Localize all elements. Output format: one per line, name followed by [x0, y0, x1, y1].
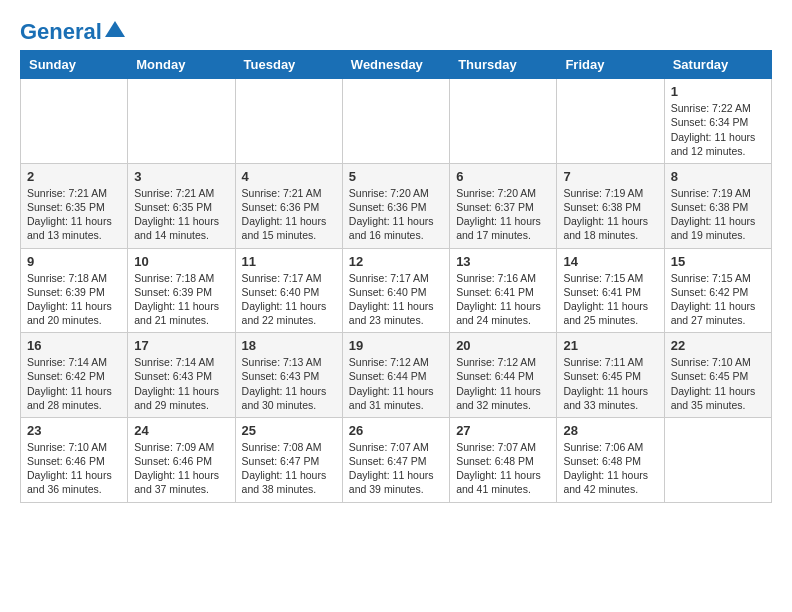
calendar-week-5: 23Sunrise: 7:10 AM Sunset: 6:46 PM Dayli…	[21, 417, 772, 502]
day-info: Sunrise: 7:10 AM Sunset: 6:46 PM Dayligh…	[27, 440, 121, 497]
day-number: 23	[27, 423, 121, 438]
day-info: Sunrise: 7:09 AM Sunset: 6:46 PM Dayligh…	[134, 440, 228, 497]
day-info: Sunrise: 7:08 AM Sunset: 6:47 PM Dayligh…	[242, 440, 336, 497]
logo-text: General	[20, 20, 102, 44]
calendar-cell: 10Sunrise: 7:18 AM Sunset: 6:39 PM Dayli…	[128, 248, 235, 333]
calendar-cell: 25Sunrise: 7:08 AM Sunset: 6:47 PM Dayli…	[235, 417, 342, 502]
calendar-cell	[21, 79, 128, 164]
day-info: Sunrise: 7:10 AM Sunset: 6:45 PM Dayligh…	[671, 355, 765, 412]
calendar-cell	[235, 79, 342, 164]
calendar-cell: 3Sunrise: 7:21 AM Sunset: 6:35 PM Daylig…	[128, 163, 235, 248]
day-number: 12	[349, 254, 443, 269]
day-number: 22	[671, 338, 765, 353]
calendar-header-tuesday: Tuesday	[235, 51, 342, 79]
day-info: Sunrise: 7:16 AM Sunset: 6:41 PM Dayligh…	[456, 271, 550, 328]
day-number: 11	[242, 254, 336, 269]
day-info: Sunrise: 7:12 AM Sunset: 6:44 PM Dayligh…	[456, 355, 550, 412]
day-info: Sunrise: 7:15 AM Sunset: 6:41 PM Dayligh…	[563, 271, 657, 328]
calendar-cell: 24Sunrise: 7:09 AM Sunset: 6:46 PM Dayli…	[128, 417, 235, 502]
calendar-cell: 7Sunrise: 7:19 AM Sunset: 6:38 PM Daylig…	[557, 163, 664, 248]
calendar-header-row: SundayMondayTuesdayWednesdayThursdayFrid…	[21, 51, 772, 79]
day-number: 8	[671, 169, 765, 184]
calendar-cell: 5Sunrise: 7:20 AM Sunset: 6:36 PM Daylig…	[342, 163, 449, 248]
calendar-cell: 22Sunrise: 7:10 AM Sunset: 6:45 PM Dayli…	[664, 333, 771, 418]
calendar-cell: 16Sunrise: 7:14 AM Sunset: 6:42 PM Dayli…	[21, 333, 128, 418]
day-number: 4	[242, 169, 336, 184]
day-info: Sunrise: 7:17 AM Sunset: 6:40 PM Dayligh…	[242, 271, 336, 328]
calendar-cell: 17Sunrise: 7:14 AM Sunset: 6:43 PM Dayli…	[128, 333, 235, 418]
calendar-cell: 11Sunrise: 7:17 AM Sunset: 6:40 PM Dayli…	[235, 248, 342, 333]
calendar-cell: 9Sunrise: 7:18 AM Sunset: 6:39 PM Daylig…	[21, 248, 128, 333]
day-number: 19	[349, 338, 443, 353]
calendar-cell: 8Sunrise: 7:19 AM Sunset: 6:38 PM Daylig…	[664, 163, 771, 248]
day-number: 15	[671, 254, 765, 269]
day-number: 24	[134, 423, 228, 438]
day-info: Sunrise: 7:22 AM Sunset: 6:34 PM Dayligh…	[671, 101, 765, 158]
calendar-cell: 18Sunrise: 7:13 AM Sunset: 6:43 PM Dayli…	[235, 333, 342, 418]
calendar-week-2: 2Sunrise: 7:21 AM Sunset: 6:35 PM Daylig…	[21, 163, 772, 248]
calendar-header-sunday: Sunday	[21, 51, 128, 79]
page-header: General	[20, 20, 772, 40]
day-info: Sunrise: 7:21 AM Sunset: 6:35 PM Dayligh…	[134, 186, 228, 243]
calendar-cell: 2Sunrise: 7:21 AM Sunset: 6:35 PM Daylig…	[21, 163, 128, 248]
calendar-cell	[664, 417, 771, 502]
calendar-cell: 14Sunrise: 7:15 AM Sunset: 6:41 PM Dayli…	[557, 248, 664, 333]
day-info: Sunrise: 7:13 AM Sunset: 6:43 PM Dayligh…	[242, 355, 336, 412]
day-info: Sunrise: 7:17 AM Sunset: 6:40 PM Dayligh…	[349, 271, 443, 328]
calendar-header-monday: Monday	[128, 51, 235, 79]
day-info: Sunrise: 7:20 AM Sunset: 6:36 PM Dayligh…	[349, 186, 443, 243]
day-info: Sunrise: 7:18 AM Sunset: 6:39 PM Dayligh…	[27, 271, 121, 328]
day-info: Sunrise: 7:11 AM Sunset: 6:45 PM Dayligh…	[563, 355, 657, 412]
day-number: 10	[134, 254, 228, 269]
day-info: Sunrise: 7:19 AM Sunset: 6:38 PM Dayligh…	[671, 186, 765, 243]
day-info: Sunrise: 7:21 AM Sunset: 6:35 PM Dayligh…	[27, 186, 121, 243]
day-info: Sunrise: 7:12 AM Sunset: 6:44 PM Dayligh…	[349, 355, 443, 412]
calendar-cell: 12Sunrise: 7:17 AM Sunset: 6:40 PM Dayli…	[342, 248, 449, 333]
day-number: 21	[563, 338, 657, 353]
day-number: 6	[456, 169, 550, 184]
calendar-cell: 1Sunrise: 7:22 AM Sunset: 6:34 PM Daylig…	[664, 79, 771, 164]
day-number: 17	[134, 338, 228, 353]
calendar-cell: 6Sunrise: 7:20 AM Sunset: 6:37 PM Daylig…	[450, 163, 557, 248]
day-number: 18	[242, 338, 336, 353]
day-info: Sunrise: 7:19 AM Sunset: 6:38 PM Dayligh…	[563, 186, 657, 243]
calendar-cell	[557, 79, 664, 164]
day-number: 28	[563, 423, 657, 438]
calendar-week-4: 16Sunrise: 7:14 AM Sunset: 6:42 PM Dayli…	[21, 333, 772, 418]
day-info: Sunrise: 7:07 AM Sunset: 6:48 PM Dayligh…	[456, 440, 550, 497]
day-info: Sunrise: 7:20 AM Sunset: 6:37 PM Dayligh…	[456, 186, 550, 243]
calendar-cell: 23Sunrise: 7:10 AM Sunset: 6:46 PM Dayli…	[21, 417, 128, 502]
day-number: 25	[242, 423, 336, 438]
calendar-cell: 27Sunrise: 7:07 AM Sunset: 6:48 PM Dayli…	[450, 417, 557, 502]
day-info: Sunrise: 7:21 AM Sunset: 6:36 PM Dayligh…	[242, 186, 336, 243]
day-number: 9	[27, 254, 121, 269]
day-number: 16	[27, 338, 121, 353]
calendar-cell: 28Sunrise: 7:06 AM Sunset: 6:48 PM Dayli…	[557, 417, 664, 502]
day-info: Sunrise: 7:14 AM Sunset: 6:42 PM Dayligh…	[27, 355, 121, 412]
calendar-cell: 26Sunrise: 7:07 AM Sunset: 6:47 PM Dayli…	[342, 417, 449, 502]
calendar-cell: 19Sunrise: 7:12 AM Sunset: 6:44 PM Dayli…	[342, 333, 449, 418]
calendar-cell: 20Sunrise: 7:12 AM Sunset: 6:44 PM Dayli…	[450, 333, 557, 418]
day-info: Sunrise: 7:14 AM Sunset: 6:43 PM Dayligh…	[134, 355, 228, 412]
calendar-cell: 15Sunrise: 7:15 AM Sunset: 6:42 PM Dayli…	[664, 248, 771, 333]
calendar-header-friday: Friday	[557, 51, 664, 79]
day-number: 5	[349, 169, 443, 184]
day-info: Sunrise: 7:15 AM Sunset: 6:42 PM Dayligh…	[671, 271, 765, 328]
day-number: 3	[134, 169, 228, 184]
logo: General	[20, 20, 126, 40]
day-number: 26	[349, 423, 443, 438]
day-info: Sunrise: 7:07 AM Sunset: 6:47 PM Dayligh…	[349, 440, 443, 497]
day-info: Sunrise: 7:18 AM Sunset: 6:39 PM Dayligh…	[134, 271, 228, 328]
calendar-header-wednesday: Wednesday	[342, 51, 449, 79]
day-info: Sunrise: 7:06 AM Sunset: 6:48 PM Dayligh…	[563, 440, 657, 497]
calendar-cell	[342, 79, 449, 164]
calendar-cell	[128, 79, 235, 164]
svg-marker-0	[105, 21, 125, 37]
calendar-week-3: 9Sunrise: 7:18 AM Sunset: 6:39 PM Daylig…	[21, 248, 772, 333]
calendar-cell: 4Sunrise: 7:21 AM Sunset: 6:36 PM Daylig…	[235, 163, 342, 248]
day-number: 2	[27, 169, 121, 184]
day-number: 13	[456, 254, 550, 269]
calendar-table: SundayMondayTuesdayWednesdayThursdayFrid…	[20, 50, 772, 502]
calendar-header-thursday: Thursday	[450, 51, 557, 79]
calendar-cell: 13Sunrise: 7:16 AM Sunset: 6:41 PM Dayli…	[450, 248, 557, 333]
